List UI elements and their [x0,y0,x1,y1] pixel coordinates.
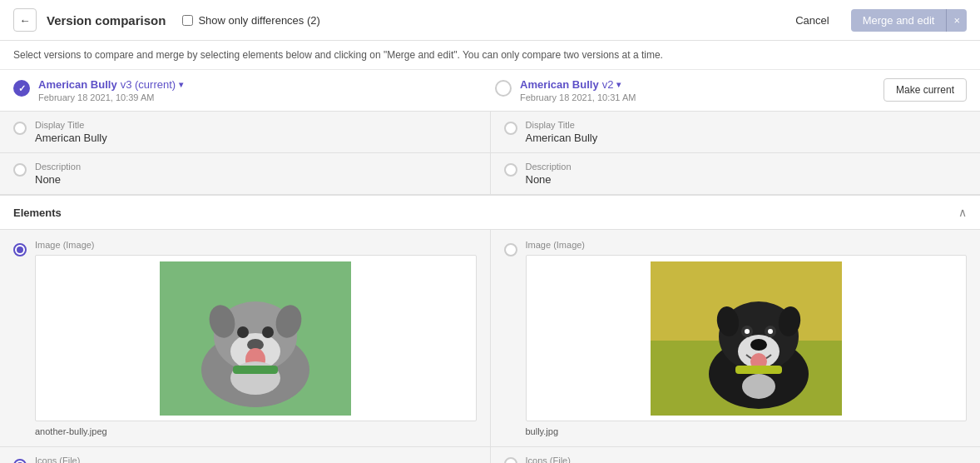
image-radio-left-selected[interactable] [13,243,27,256]
field-cell-left-description: Description None [0,153,490,194]
header: ← Version comparison Show only differenc… [0,0,980,41]
fields-container: Display Title American Bully Display Tit… [0,112,980,195]
version-right-radio[interactable] [495,80,512,97]
icons-cell-right: Icons (File) None [490,447,981,463]
version-right-name[interactable]: American Bully v2 ▾ [520,78,636,91]
field-value-left-description: None [35,173,81,186]
image-cell-right: Image (Image) [490,230,981,446]
field-content-right-display-title: Display Title American Bully [526,120,598,144]
version-right: American Bully v2 ▾ February 18 2021, 10… [485,78,967,102]
version-right-chevron[interactable]: ▾ [616,80,621,89]
image-type-label-right: Image (Image) [526,240,968,250]
instruction-text: Select versions to compare and merge by … [0,41,980,70]
icons-type-label-right: Icons (File) [526,456,571,463]
field-label-right-display-title: Display Title [526,120,598,130]
image-content-left: Image (Image) [35,240,477,436]
field-value-right-display-title: American Bully [526,132,598,144]
icons-cell-left: Icons (File) None [0,447,490,463]
icons-content-left: Icons (File) None [35,456,80,463]
field-cell-right-display-title: Display Title American Bully [490,112,981,152]
show-diff-label[interactable]: Show only differences (2) [182,14,319,27]
field-label-left-display-title: Display Title [35,120,107,130]
svg-rect-25 [735,366,782,374]
field-content-left-description: Description None [35,162,81,186]
icons-type-label-left: Icons (File) [35,456,80,463]
svg-point-20 [768,329,773,334]
svg-point-21 [750,339,767,351]
image-box-right [526,255,968,421]
field-label-left-description: Description [35,162,81,172]
merge-dropdown-arrow[interactable]: × [946,9,967,32]
make-current-button[interactable]: Make current [883,78,967,102]
field-radio-left-description[interactable] [13,163,27,177]
elements-section-title: Elements [13,207,62,219]
field-radio-right-description[interactable] [504,163,517,177]
icons-radio-left-selected[interactable] [13,459,27,463]
collapse-icon[interactable]: ∧ [958,206,967,219]
svg-point-5 [262,326,274,338]
version-right-date: February 18 2021, 10:31 AM [520,92,636,102]
version-right-info: American Bully v2 ▾ February 18 2021, 10… [520,78,636,102]
svg-point-26 [742,374,775,399]
field-value-right-description: None [526,173,572,186]
image-filename-left: another-bully.jpeg [35,426,477,436]
icons-content-right: Icons (File) None [526,456,571,463]
field-row-display-title: Display Title American Bully Display Tit… [0,112,980,153]
image-filename-right: bully.jpg [526,426,968,436]
image-radio-right-empty[interactable] [504,243,517,256]
field-value-left-display-title: American Bully [35,132,107,144]
cancel-button[interactable]: Cancel [784,9,840,32]
version-left-info: American Bully v3 (current) ▾ February 1… [38,78,183,102]
back-button[interactable]: ← [13,8,37,32]
version-left-date: February 18 2021, 10:39 AM [38,92,183,102]
field-content-right-description: Description None [526,162,572,186]
merge-and-edit-button[interactable]: Merge and edit [851,9,947,32]
page-title: Version comparison [47,13,166,27]
version-left: ✓ American Bully v3 (current) ▾ February… [13,78,485,102]
elements-section-header: Elements ∧ [0,195,980,230]
image-content-right: Image (Image) [526,240,968,436]
merge-button-group: Merge and edit × [851,9,967,32]
field-cell-right-description: Description None [490,153,981,194]
image-type-label-left: Image (Image) [35,240,477,250]
icons-file-row: Icons (File) None Icons (File) None [0,447,980,463]
svg-rect-11 [233,366,278,374]
version-row: ✓ American Bully v3 (current) ▾ February… [0,70,980,112]
image-box-left [35,255,477,421]
version-left-chevron[interactable]: ▾ [179,80,183,89]
dog-image-right-svg [651,261,842,416]
image-element-row: Image (Image) [0,230,980,447]
field-radio-left-display-title[interactable] [13,122,27,135]
check-icon: ✓ [18,83,26,94]
show-diff-checkbox[interactable] [182,15,193,26]
field-label-right-description: Description [526,162,572,172]
version-left-name[interactable]: American Bully v3 (current) ▾ [38,78,183,91]
field-row-description: Description None Description None [0,153,980,195]
field-cell-left-display-title: Display Title American Bully [0,112,490,152]
svg-point-19 [745,329,750,334]
svg-point-4 [237,326,249,338]
back-icon: ← [19,14,30,27]
image-cell-left: Image (Image) [0,230,490,446]
field-content-left-display-title: Display Title American Bully [35,120,107,144]
field-radio-right-display-title[interactable] [504,122,517,135]
version-left-selected-indicator: ✓ [13,80,30,97]
icons-radio-right-empty[interactable] [504,457,517,463]
dog-image-left-svg [160,261,351,416]
